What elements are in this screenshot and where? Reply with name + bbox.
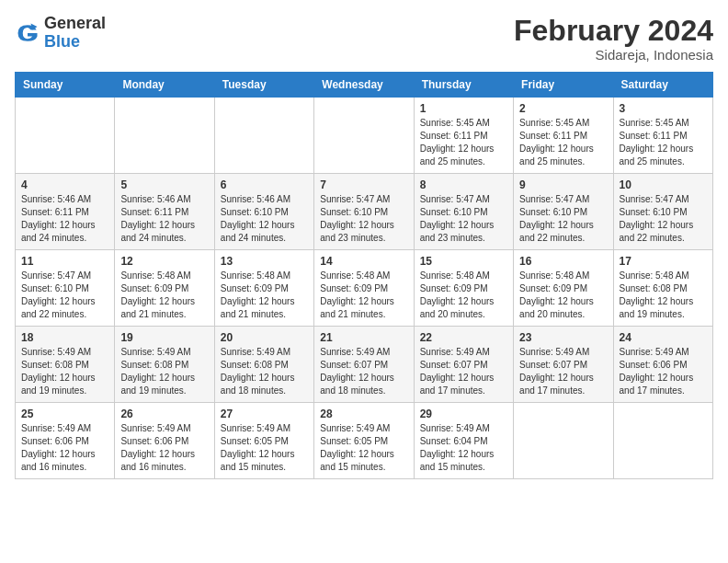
calendar-cell: 11Sunrise: 5:47 AMSunset: 6:10 PMDayligh… [16,250,115,327]
calendar-cell: 6Sunrise: 5:46 AMSunset: 6:10 PMDaylight… [214,174,313,250]
day-info: Sunrise: 5:49 AMSunset: 6:05 PMDaylight:… [221,422,308,474]
calendar-cell: 25Sunrise: 5:49 AMSunset: 6:06 PMDayligh… [16,403,115,479]
calendar-cell [314,98,414,174]
day-info: Sunrise: 5:46 AMSunset: 6:11 PMDaylight:… [21,193,108,245]
calendar-cell: 1Sunrise: 5:45 AMSunset: 6:11 PMDaylight… [414,98,513,174]
day-number: 7 [320,178,407,191]
day-number: 8 [420,178,507,191]
day-number: 21 [320,331,407,344]
day-info: Sunrise: 5:49 AMSunset: 6:06 PMDaylight:… [620,346,707,397]
calendar-cell: 29Sunrise: 5:49 AMSunset: 6:04 PMDayligh… [414,403,513,479]
day-info: Sunrise: 5:48 AMSunset: 6:09 PMDaylight:… [221,270,308,321]
header-saturday: Saturday [613,73,712,98]
day-info: Sunrise: 5:47 AMSunset: 6:10 PMDaylight:… [21,270,108,321]
day-info: Sunrise: 5:45 AMSunset: 6:11 PMDaylight:… [420,117,507,168]
calendar-cell: 16Sunrise: 5:48 AMSunset: 6:09 PMDayligh… [514,250,613,327]
calendar-table: SundayMondayTuesdayWednesdayThursdayFrid… [15,72,713,479]
calendar-cell [514,403,613,479]
day-info: Sunrise: 5:47 AMSunset: 6:10 PMDaylight:… [420,193,507,245]
day-info: Sunrise: 5:48 AMSunset: 6:08 PMDaylight:… [620,270,707,321]
day-number: 2 [519,102,607,115]
day-number: 15 [420,255,507,268]
day-number: 13 [221,255,308,268]
day-number: 6 [221,178,308,191]
logo-text: General Blue [44,15,106,52]
calendar-cell: 10Sunrise: 5:47 AMSunset: 6:10 PMDayligh… [613,174,712,250]
day-info: Sunrise: 5:49 AMSunset: 6:07 PMDaylight:… [420,346,507,397]
calendar-week-row: 4Sunrise: 5:46 AMSunset: 6:11 PMDaylight… [16,174,713,250]
day-number: 9 [519,178,607,191]
day-number: 28 [320,408,407,420]
day-info: Sunrise: 5:48 AMSunset: 6:09 PMDaylight:… [120,270,208,321]
calendar-cell: 18Sunrise: 5:49 AMSunset: 6:08 PMDayligh… [16,327,115,403]
day-info: Sunrise: 5:45 AMSunset: 6:11 PMDaylight:… [519,117,607,168]
logo-icon [15,20,40,46]
day-number: 22 [420,331,507,344]
day-info: Sunrise: 5:49 AMSunset: 6:08 PMDaylight:… [120,346,208,397]
day-info: Sunrise: 5:49 AMSunset: 6:06 PMDaylight:… [120,422,208,474]
header-sunday: Sunday [16,73,115,98]
day-number: 18 [21,331,108,344]
day-info: Sunrise: 5:47 AMSunset: 6:10 PMDaylight:… [519,193,607,245]
calendar-cell: 20Sunrise: 5:49 AMSunset: 6:08 PMDayligh… [214,327,313,403]
calendar-cell: 5Sunrise: 5:46 AMSunset: 6:11 PMDaylight… [115,174,214,250]
day-number: 11 [21,255,108,268]
logo: General Blue [15,15,106,52]
calendar-cell [115,98,214,174]
calendar-cell: 24Sunrise: 5:49 AMSunset: 6:06 PMDayligh… [613,327,712,403]
calendar-cell: 14Sunrise: 5:48 AMSunset: 6:09 PMDayligh… [314,250,414,327]
calendar-cell: 26Sunrise: 5:49 AMSunset: 6:06 PMDayligh… [115,403,214,479]
day-info: Sunrise: 5:49 AMSunset: 6:07 PMDaylight:… [320,346,407,397]
day-info: Sunrise: 5:47 AMSunset: 6:10 PMDaylight:… [320,193,407,245]
day-number: 17 [620,255,707,268]
calendar-cell [16,98,115,174]
calendar-week-row: 1Sunrise: 5:45 AMSunset: 6:11 PMDaylight… [16,98,713,174]
calendar-cell: 27Sunrise: 5:49 AMSunset: 6:05 PMDayligh… [214,403,313,479]
page-header: General Blue February 2024 Sidareja, Ind… [15,15,713,63]
calendar-cell: 8Sunrise: 5:47 AMSunset: 6:10 PMDaylight… [414,174,513,250]
calendar-cell: 19Sunrise: 5:49 AMSunset: 6:08 PMDayligh… [115,327,214,403]
day-number: 4 [21,178,108,191]
location: Sidareja, Indonesia [514,47,713,63]
calendar-cell: 15Sunrise: 5:48 AMSunset: 6:09 PMDayligh… [414,250,513,327]
day-info: Sunrise: 5:46 AMSunset: 6:11 PMDaylight:… [120,193,208,245]
header-friday: Friday [514,73,613,98]
day-info: Sunrise: 5:49 AMSunset: 6:04 PMDaylight:… [420,422,507,474]
day-number: 14 [320,255,407,268]
day-info: Sunrise: 5:48 AMSunset: 6:09 PMDaylight:… [420,270,507,321]
day-info: Sunrise: 5:49 AMSunset: 6:06 PMDaylight:… [21,422,108,474]
calendar-cell [214,98,313,174]
calendar-cell: 13Sunrise: 5:48 AMSunset: 6:09 PMDayligh… [214,250,313,327]
day-info: Sunrise: 5:49 AMSunset: 6:07 PMDaylight:… [519,346,607,397]
day-number: 23 [519,331,607,344]
calendar-cell: 9Sunrise: 5:47 AMSunset: 6:10 PMDaylight… [514,174,613,250]
calendar-cell: 4Sunrise: 5:46 AMSunset: 6:11 PMDaylight… [16,174,115,250]
day-info: Sunrise: 5:49 AMSunset: 6:08 PMDaylight:… [21,346,108,397]
day-number: 29 [420,408,507,420]
header-thursday: Thursday [414,73,513,98]
day-number: 19 [120,331,208,344]
calendar-week-row: 18Sunrise: 5:49 AMSunset: 6:08 PMDayligh… [16,327,713,403]
calendar-cell [613,403,712,479]
day-info: Sunrise: 5:48 AMSunset: 6:09 PMDaylight:… [320,270,407,321]
day-info: Sunrise: 5:48 AMSunset: 6:09 PMDaylight:… [519,270,607,321]
day-info: Sunrise: 5:45 AMSunset: 6:11 PMDaylight:… [620,117,707,168]
day-number: 24 [620,331,707,344]
day-number: 25 [21,408,108,420]
calendar-header-row: SundayMondayTuesdayWednesdayThursdayFrid… [16,73,713,98]
calendar-cell: 21Sunrise: 5:49 AMSunset: 6:07 PMDayligh… [314,327,414,403]
day-info: Sunrise: 5:49 AMSunset: 6:05 PMDaylight:… [320,422,407,474]
header-tuesday: Tuesday [214,73,313,98]
day-info: Sunrise: 5:46 AMSunset: 6:10 PMDaylight:… [221,193,308,245]
day-number: 1 [420,102,507,115]
calendar-cell: 22Sunrise: 5:49 AMSunset: 6:07 PMDayligh… [414,327,513,403]
calendar-week-row: 25Sunrise: 5:49 AMSunset: 6:06 PMDayligh… [16,403,713,479]
title-area: February 2024 Sidareja, Indonesia [514,15,713,63]
calendar-cell: 17Sunrise: 5:48 AMSunset: 6:08 PMDayligh… [613,250,712,327]
day-number: 26 [120,408,208,420]
calendar-cell: 7Sunrise: 5:47 AMSunset: 6:10 PMDaylight… [314,174,414,250]
calendar-cell: 12Sunrise: 5:48 AMSunset: 6:09 PMDayligh… [115,250,214,327]
month-year: February 2024 [514,15,713,47]
day-number: 3 [620,102,707,115]
day-number: 10 [620,178,707,191]
